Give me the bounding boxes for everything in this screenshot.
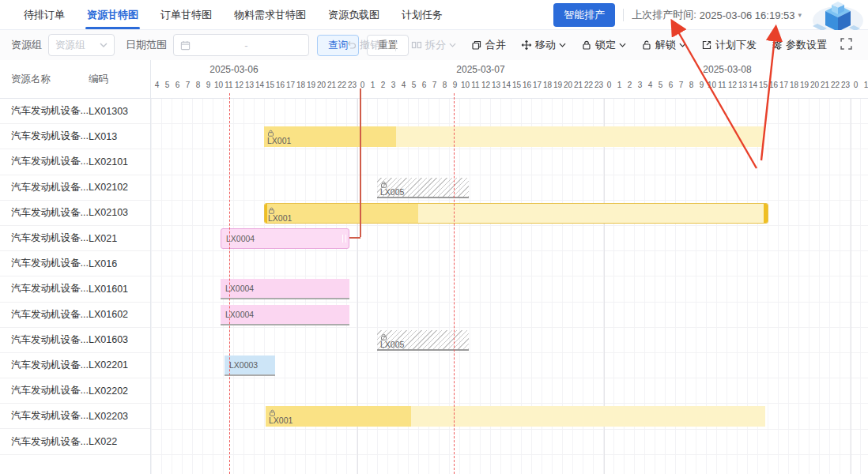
gantt-bar-lx0004[interactable]: LX0004 [221,279,349,299]
resource-name-cell: 汽车发动机设备... [0,282,89,295]
hour-label: 12 [481,81,491,89]
gantt-bar-lx001[interactable]: LX001 [264,126,764,147]
sliders-icon [772,40,783,51]
tab-2[interactable]: 订单甘特图 [149,0,223,29]
hour-label: 18 [296,81,306,89]
lock-icon [581,40,592,51]
hour-label: 14 [748,81,758,89]
hour-label: 19 [799,81,810,89]
move-button[interactable]: 移动 [521,38,566,52]
hour-label: 22 [583,81,594,89]
gantt-bar-lx001[interactable]: LX001 [264,203,768,224]
tab-1[interactable]: 资源甘特图 [76,0,149,29]
table-row[interactable]: 汽车发动机设备... LX013 [0,124,150,149]
resource-name-cell: 汽车发动机设备... [0,409,89,423]
day-label: 2025-03-07 [456,64,504,75]
day-label: 2025-03-08 [703,64,751,75]
unlock-button[interactable]: 解锁 [641,38,686,52]
gantt-bar-lx001[interactable]: LX001 [266,406,765,427]
gantt-row [151,149,868,175]
last-schedule-time[interactable]: 上次排产时间: 2025-03-06 16:19:53 ▾ [632,8,802,22]
resource-name-cell: 汽车发动机设备... [0,359,89,372]
chevron-down-icon [619,43,626,47]
table-row[interactable]: 汽车发动机设备... LX01602 [0,303,150,328]
gantt-row [151,455,868,474]
gantt-bar-lx0004[interactable]: LX0004 [221,305,349,325]
hour-label: 15 [511,81,522,89]
hour-label: 0 [604,81,614,89]
hour-label: 16 [768,81,779,89]
gantt-bar-lx0004[interactable]: LX0004 [221,228,349,249]
tab-0[interactable]: 待排订单 [13,0,76,29]
date-range-input[interactable]: - [173,34,309,56]
chevron-down-icon [449,43,456,47]
tab-5[interactable]: 计划任务 [391,0,454,29]
hour-label: 6 [172,81,183,89]
gantt-row [151,430,868,455]
plan-dispatch-button[interactable]: 计划下发 [701,38,757,52]
smart-schedule-button[interactable]: 智能排产 [553,3,615,27]
table-row[interactable] [0,455,150,474]
gantt-pane: 2025-03-062025-03-072025-03-084567891011… [150,60,868,474]
merge-button[interactable]: 合并 [471,38,506,52]
resource-name-cell: 汽车发动机设备... [0,333,89,347]
time-marker-dashed-line [229,93,230,474]
hour-label: 20 [563,81,573,89]
resource-group-select[interactable]: 资源组 [48,34,115,56]
lock-icon [269,408,765,416]
table-row[interactable]: 汽车发动机设备... LX016 [0,251,150,276]
hour-label: 12 [234,81,244,89]
gantt-bar-lx005[interactable]: LX005 [377,178,469,198]
settings-button[interactable]: 参数设置 [772,38,827,52]
lock-button[interactable]: 锁定 [581,38,626,52]
table-row[interactable]: 汽车发动机设备... LX021 [0,226,150,251]
table-row[interactable]: 汽车发动机设备... LX01601 [0,276,150,302]
tab-4[interactable]: 资源负载图 [317,0,391,29]
table-row[interactable]: 汽车发动机设备... LX01303 [0,99,150,124]
table-row[interactable]: 汽车发动机设备... LX02102 [0,175,150,201]
hour-label: 10 [707,81,717,89]
tabs-bar: 待排订单资源甘特图订单甘特图物料需求甘特图资源负载图计划任务 智能排产 上次排产… [0,0,868,30]
hour-label: 3 [635,81,645,89]
hour-label: 9 [696,81,707,89]
hour-label: 22 [337,81,347,89]
table-row[interactable]: 汽车发动机设备... LX02201 [0,353,150,378]
hour-label: 6 [666,81,676,89]
table-row[interactable]: 汽车发动机设备... LX022 [0,429,150,454]
resource-code-cell: LX01603 [89,334,150,345]
resource-code-cell: LX013 [89,131,150,142]
resource-code-cell: LX02202 [89,386,150,397]
hour-label: 19 [553,81,563,89]
table-row[interactable]: 汽车发动机设备... LX02202 [0,378,150,404]
hour-label: 23 [347,81,357,89]
gantt-body: LX001LX005LX001LX0004LX0004LX0004LX005LX… [151,99,868,474]
divider [623,9,624,21]
last-schedule-time-value: 2025-03-06 16:19:53 [700,9,795,21]
table-row[interactable]: 汽车发动机设备... LX02203 [0,404,150,429]
day-separator-line [851,99,851,474]
resource-name-cell: 汽车发动机设备... [0,206,89,220]
lock-icon [380,179,469,188]
tab-3[interactable]: 物料需求甘特图 [223,0,317,29]
hour-label: 10 [213,81,224,89]
hour-label: 6 [419,81,429,89]
gantt-bar-lx0003[interactable]: LX0003 [225,356,275,376]
resource-code-cell: LX01601 [89,284,150,295]
chevron-down-icon [100,43,108,47]
bar-label: LX0003 [225,356,275,370]
hour-label: 11 [224,81,234,89]
resource-name-cell: 汽车发动机设备... [0,130,89,143]
date-range-label: 日期范围 [126,38,167,52]
resource-code-cell: LX01602 [89,309,150,320]
table-row[interactable]: 汽车发动机设备... LX02103 [0,201,150,226]
hour-label: 7 [429,81,440,89]
fullscreen-icon[interactable] [840,38,852,53]
table-row[interactable]: 汽车发动机设备... LX01603 [0,328,150,353]
hour-label: 23 [840,81,851,89]
hour-label: 17 [779,81,789,89]
table-row[interactable]: 汽车发动机设备... LX02101 [0,149,150,175]
hour-label: 20 [810,81,820,89]
hour-label: 1 [368,81,378,89]
aps-app: 待排订单资源甘特图订单甘特图物料需求甘特图资源负载图计划任务 智能排产 上次排产… [0,0,868,474]
gantt-bar-lx005[interactable]: LX005 [377,330,469,351]
